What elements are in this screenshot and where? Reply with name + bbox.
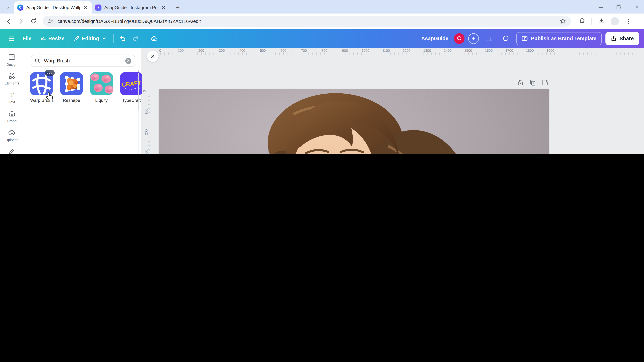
search-icon <box>34 58 40 64</box>
canva-topbar: File Resize Editing AsapGuide C + <box>0 29 644 48</box>
comments-icon[interactable] <box>499 32 512 45</box>
forward-button[interactable] <box>16 16 26 26</box>
tab-desktop-wallpaper[interactable]: C AsapGuide - Desktop Wallpape ✕ <box>14 1 92 13</box>
design-favicon-icon: ♥ <box>95 4 101 10</box>
sidebar-item-elements[interactable]: Elements <box>1 72 23 85</box>
toolbar-divider <box>592 18 592 24</box>
sidebar-item-uploads[interactable]: Uploads <box>1 128 23 142</box>
main-menu-icon[interactable] <box>5 32 18 45</box>
url-text[interactable]: canva.com/design/DAGXFBBoiYg/0U8xD9Q6AHZ… <box>58 19 557 23</box>
tab-close-icon[interactable]: ✕ <box>160 4 167 11</box>
draw-pen-icon <box>8 147 16 154</box>
reload-button[interactable] <box>28 16 39 26</box>
cloud-save-status-icon <box>148 32 161 45</box>
window-close-button[interactable]: ✕ <box>633 3 641 10</box>
profile-avatar[interactable] <box>611 17 619 25</box>
vertical-ruler: 010020030040050060070080090010001100 <box>142 54 150 154</box>
share-icon <box>611 35 616 41</box>
file-menu[interactable]: File <box>18 32 36 45</box>
address-bar[interactable]: canva.com/design/DAGXFBBoiYg/0U8xD9Q6AHZ… <box>43 15 571 26</box>
add-member-button[interactable]: + <box>468 33 479 44</box>
user-avatar[interactable]: C <box>454 33 464 44</box>
clear-search-icon[interactable]: ✕ <box>125 58 132 64</box>
browser-titlebar: ⌄ C AsapGuide - Desktop Wallpape ✕ ♥ Asa… <box>0 0 644 13</box>
sidebar-item-design[interactable]: Design <box>1 53 23 66</box>
upload-cloud-icon <box>8 128 16 137</box>
duplicate-page-icon[interactable] <box>530 79 536 86</box>
share-button[interactable]: Share <box>606 32 639 45</box>
tab-title: AsapGuide - Instagram Post <box>104 5 158 10</box>
editing-mode-dropdown[interactable]: Editing <box>69 32 111 45</box>
template-icon <box>522 35 528 41</box>
app-more-options-icon[interactable]: ••• <box>45 70 54 76</box>
topbar-separator <box>145 34 145 43</box>
publish-brand-template-button[interactable]: Publish as Brand Template <box>516 32 602 45</box>
lock-icon[interactable] <box>517 79 524 86</box>
search-box[interactable]: ✕ <box>31 54 135 67</box>
design-page[interactable] <box>159 89 549 154</box>
screen: ⌄ C AsapGuide - Desktop Wallpape ✕ ♥ Asa… <box>0 0 644 154</box>
window-minimize-button[interactable]: — <box>597 3 604 10</box>
brand-icon: co <box>8 110 16 118</box>
tab-close-icon[interactable]: ✕ <box>82 4 89 11</box>
close-panel-button[interactable]: ✕ <box>147 50 158 62</box>
apps-panel: ✕ ••• Wa <box>24 48 142 154</box>
workspace-name[interactable]: AsapGuide <box>421 35 448 41</box>
redo-button[interactable] <box>129 32 142 45</box>
browser-toolbar: canva.com/design/DAGXFBBoiYg/0U8xD9Q6AHZ… <box>0 13 644 29</box>
photo-smiling-woman <box>159 89 549 154</box>
horizontal-ruler: 0100200300400500600700800900100011001200… <box>142 48 644 55</box>
canva-favicon-icon: C <box>17 4 24 10</box>
add-page-icon[interactable] <box>542 79 548 86</box>
reshape-icon <box>60 72 83 95</box>
tab-search-chevron-icon[interactable]: ⌄ <box>2 1 13 12</box>
window-restore-button[interactable] <box>615 3 623 10</box>
crown-icon <box>40 36 46 41</box>
tab-title: AsapGuide - Desktop Wallpape <box>26 5 80 10</box>
undo-button[interactable] <box>116 32 129 45</box>
pencil-icon <box>74 35 79 41</box>
sidebar-item-text[interactable]: T Text <box>1 91 23 104</box>
bookmark-star-icon[interactable] <box>560 18 566 24</box>
downloads-icon[interactable] <box>596 16 606 26</box>
canvas-area[interactable]: 0100200300400500600700800900100011001200… <box>142 48 644 154</box>
panel-scrollbar[interactable]: ▲ ▼ <box>137 69 140 154</box>
search-input[interactable] <box>43 57 122 64</box>
sidebar-item-draw[interactable]: Draw <box>1 147 23 154</box>
app-reshape[interactable]: Reshape <box>59 72 84 103</box>
back-button[interactable] <box>3 16 14 26</box>
site-settings-icon[interactable] <box>48 18 54 24</box>
resize-button[interactable]: Resize <box>36 32 69 45</box>
tab-instagram-post[interactable]: ♥ AsapGuide - Instagram Post ✕ <box>92 1 170 13</box>
design-icon <box>8 53 16 61</box>
insights-icon[interactable] <box>482 32 496 45</box>
sidebar: Design Elements T Text co Brand Uploads … <box>0 48 24 154</box>
svg-text:T: T <box>10 91 14 98</box>
chevron-down-icon <box>102 36 106 41</box>
page-controls <box>517 79 548 86</box>
topbar-separator <box>113 34 114 43</box>
new-tab-button[interactable]: + <box>173 2 183 12</box>
sidebar-item-brand[interactable]: co Brand <box>1 110 23 123</box>
browser-menu-icon[interactable] <box>623 16 634 26</box>
elements-icon <box>8 72 16 80</box>
extensions-icon[interactable] <box>576 16 587 26</box>
scroll-up-icon[interactable]: ▲ <box>137 69 140 72</box>
mouse-cursor-pointer <box>45 92 54 101</box>
text-icon: T <box>8 91 16 99</box>
liquify-icon <box>90 72 113 95</box>
svg-text:co: co <box>11 113 13 116</box>
tab-divider <box>171 4 171 10</box>
app-liquify[interactable]: Liquify <box>89 72 114 103</box>
